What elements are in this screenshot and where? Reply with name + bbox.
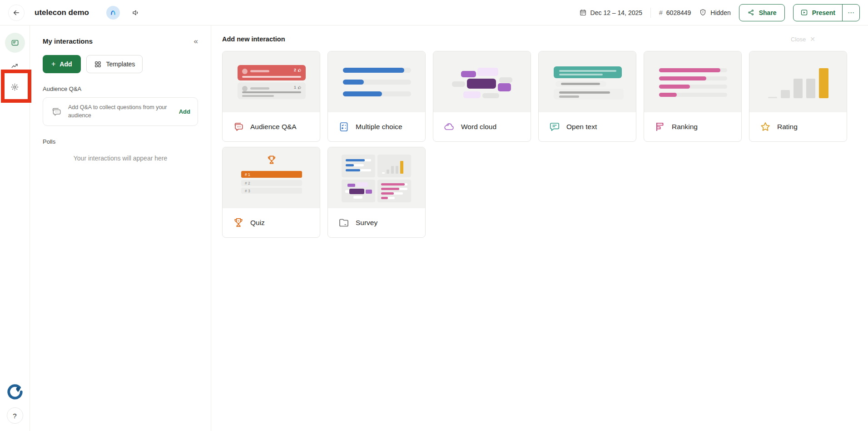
polls-empty-text: Your interactions will appear here: [43, 155, 198, 162]
quiz-rank-1: # 1: [245, 172, 250, 177]
chat-bubbles-icon: [50, 106, 62, 118]
share-icon: [747, 9, 755, 16]
collapse-sidebar-button[interactable]: «: [194, 37, 198, 45]
add-interaction-panel: Add new interaction Close ✕ 2: [211, 25, 868, 431]
grid-icon: [94, 60, 102, 68]
help-button[interactable]: ?: [7, 407, 23, 424]
mini-choice-panel: [342, 155, 375, 177]
rail-bottom: ?: [6, 383, 24, 431]
quiz-rank-2: # 2: [245, 181, 250, 185]
hash-icon: #: [659, 9, 663, 16]
sidebar-title: My interactions: [43, 37, 93, 45]
calendar-icon: [579, 9, 587, 16]
survey-icon: [338, 217, 350, 229]
arrow-left-icon: [12, 9, 20, 17]
top-bar: utelecon demo Dec 12 – 14, 2025 # 602844…: [0, 0, 868, 25]
qna-section-label: Audience Q&A: [43, 85, 198, 92]
voting-code-control[interactable]: # 6028449: [659, 9, 691, 16]
share-button[interactable]: Share: [739, 4, 785, 21]
ellipsis-icon: ⋯: [848, 9, 854, 17]
share-label: Share: [759, 9, 777, 16]
question-mark-icon: ?: [13, 412, 16, 420]
word-cloud-icon: [443, 121, 455, 133]
card-rating[interactable]: Rating: [749, 51, 847, 142]
trophy-glyph: [266, 155, 277, 165]
polls-section-label: Polls: [43, 138, 198, 145]
quiz-rank-3: # 3: [245, 189, 250, 193]
visibility-label: Hidden: [710, 9, 730, 16]
card-word-cloud[interactable]: Word cloud: [433, 51, 531, 142]
top-bar-right: Dec 12 – 14, 2025 # 6028449 Hidden Share: [579, 4, 860, 21]
card-multiple-choice[interactable]: Multiple choice: [327, 51, 426, 142]
mini-wordcloud-panel: [342, 180, 375, 202]
multiple-choice-illustration: [328, 51, 425, 112]
open-text-illustration: [539, 51, 636, 112]
templates-label: Templates: [106, 60, 135, 68]
interactions-sidebar: My interactions « + Add Templates Audien…: [30, 25, 211, 431]
qna-add-button[interactable]: Add: [179, 108, 190, 115]
mentimeter-logo-icon: [109, 9, 117, 16]
speaker-icon: [132, 9, 140, 17]
close-icon: ✕: [810, 35, 815, 43]
card-audience-qna[interactable]: 2 1: [222, 51, 320, 142]
card-open-text[interactable]: Open text: [538, 51, 636, 142]
card-label: Quiz: [250, 219, 265, 227]
card-label: Open text: [566, 123, 597, 131]
survey-illustration: [328, 147, 425, 208]
present-play-icon: [800, 9, 808, 16]
mini-rating-panel: [377, 155, 411, 177]
quiz-illustration: # 1 # 2 # 3: [223, 147, 320, 208]
present-button[interactable]: Present: [794, 5, 842, 21]
present-label: Present: [812, 9, 835, 16]
present-button-group: Present ⋯: [793, 4, 860, 21]
left-rail: ?: [0, 25, 30, 431]
card-label: Survey: [356, 219, 377, 227]
audio-settings-button[interactable]: [132, 9, 140, 17]
app-logo[interactable]: [6, 383, 24, 401]
open-text-icon: [549, 121, 560, 133]
card-label: Audience Q&A: [250, 123, 297, 131]
multiple-choice-icon: [338, 121, 350, 133]
qna-bottom-votes: 1: [294, 85, 296, 90]
integration-chip[interactable]: [106, 6, 120, 20]
visibility-control[interactable]: Hidden: [699, 9, 730, 16]
date-range-label: Dec 12 – 14, 2025: [590, 9, 642, 16]
gear-icon: [10, 83, 19, 91]
slides-icon: [10, 38, 20, 47]
presentation-title[interactable]: utelecon demo: [35, 8, 89, 17]
rail-item-interactions[interactable]: [5, 33, 25, 53]
qna-hint-text: Add Q&A to collect questions from your a…: [68, 104, 173, 120]
chevron-double-left-icon: «: [194, 37, 198, 45]
card-quiz[interactable]: # 1 # 2 # 3 Quiz: [222, 147, 320, 238]
shield-icon: [699, 9, 707, 16]
date-range-control[interactable]: Dec 12 – 14, 2025: [579, 9, 642, 16]
close-label: Close: [791, 36, 806, 43]
quiz-icon: [233, 217, 244, 229]
rail-item-settings[interactable]: [6, 78, 24, 95]
rating-illustration: [749, 51, 847, 112]
interaction-cards-grid: 2 1: [222, 51, 857, 238]
plus-icon: +: [51, 60, 55, 68]
qna-empty-box: Add Q&A to collect questions from your a…: [43, 97, 198, 126]
divider: [650, 8, 651, 18]
card-label: Rating: [777, 123, 798, 131]
audience-qna-icon: [233, 121, 244, 133]
card-label: Multiple choice: [356, 123, 402, 131]
templates-button[interactable]: Templates: [86, 55, 143, 73]
card-ranking[interactable]: Ranking: [644, 51, 742, 142]
back-button[interactable]: [8, 5, 25, 21]
add-button[interactable]: + Add: [43, 55, 81, 73]
qna-top-votes: 2: [294, 68, 296, 72]
card-label: Ranking: [672, 123, 698, 131]
add-label: Add: [60, 60, 72, 68]
close-panel-button[interactable]: Close ✕: [791, 35, 815, 43]
qna-illustration: 2 1: [223, 51, 320, 112]
card-survey[interactable]: Survey: [327, 147, 426, 238]
rail-item-results[interactable]: [6, 57, 24, 74]
mini-ranking-panel: [377, 180, 411, 202]
present-more-button[interactable]: ⋯: [842, 5, 859, 21]
trend-up-icon: [10, 61, 19, 70]
card-label: Word cloud: [461, 123, 496, 131]
ranking-icon: [654, 121, 666, 133]
ranking-illustration: [644, 51, 741, 112]
